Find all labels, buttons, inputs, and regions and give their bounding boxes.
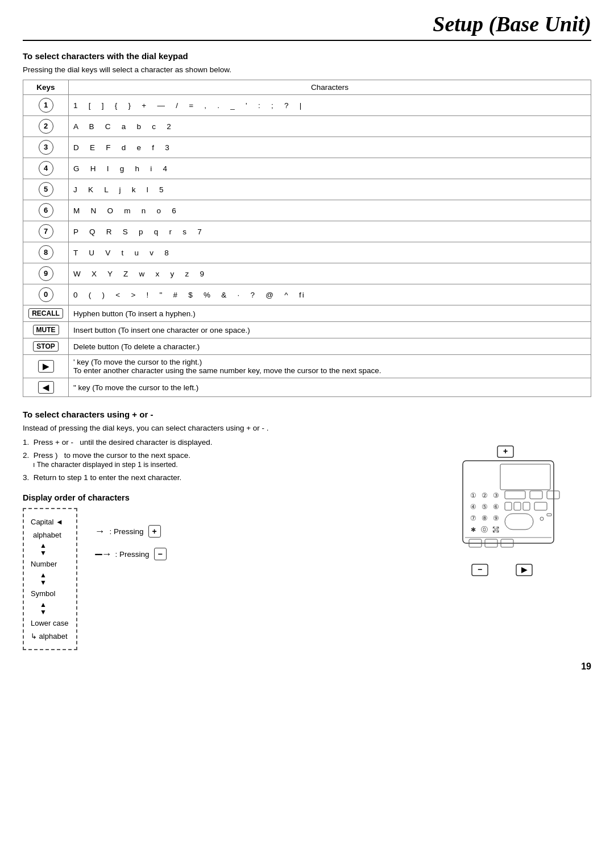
pressing-minus-row: ---→ : Pressing − (94, 548, 166, 560)
updown-arrows-1: ▲▼ (40, 542, 47, 557)
table-row: ▶ ' key (To move the cursor to the right… (23, 355, 591, 378)
svg-rect-16 (534, 502, 547, 510)
chars-3: D E F d e f 3 (69, 137, 591, 158)
number-label: Number (31, 559, 57, 570)
chars-back: " key (To move the cursor to the left.) (69, 378, 591, 397)
svg-text:▶: ▶ (521, 565, 528, 574)
key-recall: RECALL (28, 308, 63, 319)
pressing-diagram: → : Pressing + ---→ : Pressing − (94, 525, 166, 650)
pressing-plus-row: → : Pressing + (94, 525, 166, 538)
svg-rect-15 (523, 502, 530, 510)
key-5: 5 (39, 182, 53, 197)
svg-text:⑧: ⑧ (482, 514, 488, 522)
key-7: 7 (39, 224, 53, 239)
order-alphabet-row: alphabet (31, 530, 68, 541)
key-forward: ▶ (38, 360, 54, 373)
table-row: 8 T U V t u v 8 (23, 242, 591, 263)
updown-arrows-3: ▲▼ (40, 601, 47, 616)
svg-text:⑥: ⑥ (493, 503, 499, 511)
key-8: 8 (39, 245, 53, 260)
section2-left: 1. Press + or - until the desired charac… (23, 438, 415, 650)
order-lowercase-row: Lower case (31, 618, 68, 629)
order-updown-2: ▲▼ (40, 572, 68, 586)
section2-body: 1. Press + or - until the desired charac… (23, 438, 591, 650)
order-diagram: Capital ◄ alphabet ▲▼ Number ▲▼ (23, 508, 77, 650)
svg-text:⑨: ⑨ (493, 514, 499, 522)
alphabet-label: alphabet (33, 530, 61, 541)
svg-rect-14 (514, 502, 521, 510)
order-alphabet2-row: ↳ alphabet (31, 631, 68, 642)
capital-label: Capital ◄ (31, 516, 63, 528)
key-mute: MUTE (33, 325, 59, 335)
chars-0: 0 ( ) < > ! " # $ % & · ? @ ^ fi (69, 284, 591, 305)
svg-text:+: + (503, 447, 508, 456)
plus-button: + (148, 525, 161, 538)
svg-text:⑤: ⑤ (482, 503, 488, 511)
key-back: ◀ (38, 381, 54, 394)
pressing-plus-label: : Pressing (109, 527, 143, 536)
table-header-keys: Keys (23, 80, 69, 95)
table-row: 9 W X Y Z w x y z 9 (23, 263, 591, 284)
arrow-right-plus: → (94, 526, 105, 538)
display-order-title: Display order of characters (23, 493, 415, 502)
chars-4: G H I g h i 4 (69, 158, 591, 179)
character-table: Keys Characters 1 1 [ ] { } + — / = , . … (23, 80, 591, 397)
step-1: 1. Press + or - until the desired charac… (23, 438, 415, 447)
chars-forward: ' key (To move the cursor to the right.)… (69, 355, 591, 378)
page-number: 19 (23, 662, 591, 672)
svg-text:✱: ✱ (471, 526, 476, 533)
page-title: Setup (Base Unit) (23, 11, 591, 41)
key-1: 1 (39, 98, 53, 113)
chars-7: P Q R S p q r s 7 (69, 221, 591, 242)
order-section: Capital ◄ alphabet ▲▼ Number ▲▼ (23, 508, 415, 650)
section2-subtitle: Instead of pressing the dial keys, you c… (23, 424, 591, 432)
section1-title: To select characters with the dial keypa… (23, 51, 591, 61)
svg-text:−: − (478, 565, 482, 574)
key-9: 9 (39, 266, 53, 281)
phone-diagram: + ① ② ③ ④ ⑤ ⑥ ⑦ ⑧ ⑨ (432, 444, 591, 650)
svg-text:④: ④ (470, 503, 476, 511)
key-stop: STOP (33, 341, 58, 352)
chars-2: A B C a b c 2 (69, 116, 591, 137)
svg-text:①: ① (470, 491, 476, 499)
chars-mute: Insert button (To insert one character o… (69, 322, 591, 338)
svg-rect-20 (505, 514, 533, 530)
svg-rect-8 (530, 491, 542, 499)
table-row: RECALL Hyphen button (To insert a hyphen… (23, 305, 591, 322)
pressing-minus-label: : Pressing (115, 550, 149, 559)
steps-list: 1. Press + or - until the desired charac… (23, 438, 415, 482)
svg-rect-13 (505, 502, 512, 510)
chars-5: J K L j k l 5 (69, 179, 591, 200)
updown-arrows-2: ▲▼ (40, 572, 47, 586)
step-2-sub: ı The character displayed in step 1 is i… (23, 461, 415, 469)
order-updown-1: ▲▼ (40, 542, 68, 557)
table-row: 3 D E F d e f 3 (23, 137, 591, 158)
chars-1: 1 [ ] { } + — / = , . _ ' : ; ? | (69, 95, 591, 116)
chars-9: W X Y Z w x y z 9 (69, 263, 591, 284)
svg-text:②: ② (482, 491, 488, 499)
section1-subtitle: Pressing the dial keys will select a cha… (23, 65, 591, 74)
lowercase-label: Lower case (31, 618, 68, 629)
chars-stop: Delete button (To delete a character.) (69, 338, 591, 355)
step-2: 2. Press ) to move the cursor to the nex… (23, 451, 415, 469)
step-3: 3. Return to step 1 to enter the next ch… (23, 473, 415, 482)
key-2: 2 (39, 119, 53, 134)
lowercase-arrow-label: ↳ alphabet (31, 631, 68, 642)
table-row: 1 1 [ ] { } + — / = , . _ ' : ; ? | (23, 95, 591, 116)
key-3: 3 (39, 140, 53, 155)
order-number-row: Number (31, 559, 68, 570)
table-row: 0 0 ( ) < > ! " # $ % & · ? @ ^ fi (23, 284, 591, 305)
table-row: 4 G H I g h i 4 (23, 158, 591, 179)
svg-point-21 (540, 517, 544, 520)
svg-text:⓪: ⓪ (481, 526, 488, 534)
table-row: 6 M N O m n o 6 (23, 200, 591, 221)
key-6: 6 (39, 203, 53, 218)
key-4: 4 (39, 161, 53, 176)
svg-rect-3 (500, 464, 550, 490)
svg-text:③: ③ (493, 491, 499, 499)
svg-text:⑦: ⑦ (470, 514, 476, 522)
table-row: ◀ " key (To move the cursor to the left.… (23, 378, 591, 397)
table-row: 7 P Q R S p q r s 7 (23, 221, 591, 242)
table-row: MUTE Insert button (To insert one charac… (23, 322, 591, 338)
chars-recall: Hyphen button (To insert a hyphen.) (69, 305, 591, 322)
